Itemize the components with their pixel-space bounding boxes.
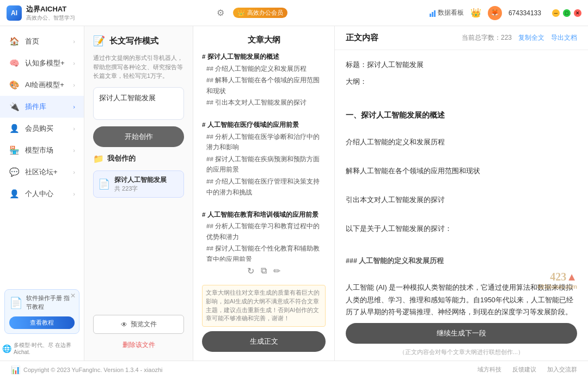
sidebar-item-label: 模型市场	[25, 145, 53, 155]
continue-button[interactable]: 继续生成下一段	[346, 323, 577, 344]
sidebar-item-drawing[interactable]: 🎨 AI绘画模型+ ›	[0, 74, 84, 96]
forum-icon: 💬	[9, 167, 20, 178]
file-name: 探讨人工智能发展	[114, 175, 167, 185]
outline-item: ## 分析人工智能在学习和教育过程中的优势和潜力	[202, 221, 326, 242]
person-icon: 👤	[9, 188, 20, 199]
close-button[interactable]: ✕	[574, 9, 581, 17]
file-info: 探讨人工智能发展 共 223字	[114, 175, 167, 193]
avatar-emoji: 🦊	[491, 9, 499, 16]
vip-icon: 👑	[237, 9, 245, 16]
promo-button[interactable]: 查看教程	[9, 316, 75, 329]
promo-card: ✕ 📄 软件操作手册 指节教程 查看教程	[4, 289, 79, 334]
outline-item: ## 解释人工智能在各个领域的应用范围和现状	[202, 75, 326, 96]
footer-left: 📊 Copyright © 2023 YuFangInc. Version 1.…	[11, 365, 163, 374]
left-panel-bottom: 👁 预览文件 删除该文件	[93, 315, 184, 352]
continue-hint: （正文内容会对每个文章大纲进行联想创作...）	[335, 348, 588, 361]
sidebar-item-market[interactable]: 🏪 模型市场 ›	[0, 139, 84, 161]
outline-content: # 探讨人工智能发展的概述 ## 介绍人工智能的定义和发展历程 ## 解释人工智…	[202, 52, 326, 261]
sidebar-item-label: AI绘画模型+	[25, 80, 64, 90]
writing-mode-title: 长文写作模式	[109, 36, 158, 46]
footer-link-feedback[interactable]: 反馈建议	[512, 365, 536, 374]
brain-icon: 🧠	[9, 58, 20, 69]
maximize-button[interactable]: □	[563, 9, 571, 17]
outline-item: # 人工智能在教育和培训领域的应用前景	[202, 210, 326, 221]
arrow-icon: ›	[73, 82, 75, 88]
middle-panel: 文章大纲 # 探讨人工智能发展的概述 ## 介绍人工智能的定义和发展历程 ## …	[193, 26, 335, 361]
topic-input[interactable]: 探讨人工智能发展	[93, 87, 184, 120]
outline-panel-title: 文章大纲	[202, 35, 326, 45]
outline-item: ## 探讨人工智能在个性化教育和辅助教育中的应用前景	[202, 243, 326, 261]
preview-label: 预览文件	[131, 320, 157, 329]
copy-icon[interactable]: ⧉	[261, 266, 267, 276]
article-subheading-2: 解释人工智能在各个领域的应用范围和现状	[346, 165, 577, 178]
file-item[interactable]: 📄 探讨人工智能发展 共 223字	[93, 170, 184, 198]
article-subheading-3: 引出本文对人工智能发展的探讨	[346, 194, 577, 206]
sidebar-item-personal[interactable]: 👤 个人中心 ›	[0, 183, 84, 205]
footer-link-community[interactable]: 加入交流群	[547, 365, 577, 374]
char-count: 当前总字数：223	[462, 33, 512, 42]
footer-right: 域方科技 反馈建议 加入交流群	[477, 365, 577, 374]
vip-crown-icon: 👑	[470, 8, 481, 18]
arrow-icon: ›	[73, 103, 75, 110]
export-button[interactable]: 导出文档	[551, 33, 577, 42]
promo-close-button[interactable]: ✕	[70, 292, 76, 300]
palette-icon: 🎨	[9, 80, 20, 90]
app-name: 边界AICHAT 高效办公、智慧学习	[26, 4, 75, 22]
sidebar-item-cognitive[interactable]: 🧠 认知多模型+ ›	[0, 52, 84, 74]
delete-button[interactable]: 删除该文件	[93, 338, 184, 352]
article-outline-label: 大纲：	[346, 76, 577, 88]
sidebar-item-home[interactable]: 🏠 首页 ›	[0, 31, 84, 52]
arrow-icon: ›	[73, 125, 75, 132]
app-logo: AI	[7, 5, 22, 21]
footer-link-company[interactable]: 域方科技	[477, 365, 501, 374]
outline-actions: ↻ ⧉ ✏	[202, 266, 326, 276]
minimize-button[interactable]: ─	[552, 9, 560, 17]
content-area: 📝 长文写作模式 通过作文提纲的形式引导机器人，帮助您撰写各种论文、研究报告等长…	[84, 26, 588, 361]
footer: 📊 Copyright © 2023 YuFangInc. Version 1.…	[0, 361, 588, 378]
store-icon: 🏪	[9, 145, 20, 156]
preview-button[interactable]: 👁 预览文件	[93, 315, 184, 334]
sidebar-footer: 🌐 多模型·时代、尽 在边界Aichat.	[0, 338, 84, 356]
file-icon: 📄	[98, 178, 110, 190]
preview-icon: 👁	[121, 321, 127, 328]
sidebar-bottom: ✕ 📄 软件操作手册 指节教程 查看教程	[0, 285, 84, 338]
article-title-line: 标题：探讨人工智能发展	[346, 59, 577, 71]
sidebar: 🏠 首页 › 🧠 认知多模型+ › 🎨 AI绘画模型+ › 🔌 插件库 › 👤 …	[0, 26, 84, 361]
top-bar-right: 数据看板 👑 🦊 674334133 ─ □ ✕	[430, 6, 581, 20]
article-intro-line: 以下是关于人工智能发展的探讨：	[346, 223, 577, 235]
create-button[interactable]: 开始创作	[93, 126, 184, 147]
top-bar: AI 边界AICHAT 高效办公、智慧学习 ⚙ 👑 高效办公会员 数据看板 👑 …	[0, 0, 588, 26]
outline-item: ## 介绍人工智能在医疗管理和决策支持中的潜力和挑战	[202, 176, 326, 198]
outline-item: ## 探讨人工智能在疾病预测和预防方面的应用前景	[202, 154, 326, 175]
file-count: 共 223字	[114, 185, 167, 193]
plugin-icon: 🔌	[9, 101, 20, 112]
member-icon: 👤	[9, 123, 20, 134]
footer-copyright: Copyright © 2023 YuFangInc. Version 1.3.…	[23, 367, 163, 373]
bar-chart-icon	[430, 9, 436, 17]
app-branding: AI 边界AICHAT 高效办公、智慧学习	[7, 4, 75, 22]
sidebar-item-community[interactable]: 💬 社区论坛+ ›	[0, 161, 84, 183]
article-paragraph: 人工智能 (AI) 是一种模拟人类智能的技术，它通过使用算法和数据来模拟人类的思…	[346, 282, 577, 319]
settings-icon[interactable]: ⚙	[217, 8, 224, 18]
data-panel[interactable]: 数据看板	[430, 8, 464, 17]
folder-icon: 📁	[93, 154, 104, 164]
refresh-icon[interactable]: ↻	[247, 266, 254, 276]
vip-badge[interactable]: 👑 高效办公会员	[233, 8, 287, 18]
copy-all-button[interactable]: 复制全文	[518, 33, 544, 42]
right-panel-actions: 当前总字数：223 复制全文 导出文档	[462, 33, 577, 42]
arrow-icon: ›	[73, 60, 75, 66]
sidebar-item-label: 插件库	[25, 102, 46, 112]
article-panel-title: 正文内容	[346, 33, 378, 43]
arrow-icon: ›	[73, 169, 75, 175]
sidebar-item-label: 会员购买	[25, 124, 53, 133]
sidebar-item-membership[interactable]: 👤 会员购买 ›	[0, 118, 84, 139]
generate-button[interactable]: 生成正文	[202, 331, 326, 352]
data-panel-label: 数据看板	[438, 8, 464, 17]
user-avatar: 🦊	[488, 6, 502, 20]
outline-item: # 人工智能在医疗领域的应用前景	[202, 120, 326, 131]
sidebar-item-plugin[interactable]: 🔌 插件库 ›	[0, 96, 84, 118]
edit-icon[interactable]: ✏	[273, 266, 280, 276]
article-subheading-1: 介绍人工智能的定义和发展历程	[346, 136, 577, 149]
writing-mode-header: 📝 长文写作模式	[93, 35, 184, 47]
right-panel-header: 正文内容 当前总字数：223 复制全文 导出文档	[335, 26, 588, 50]
